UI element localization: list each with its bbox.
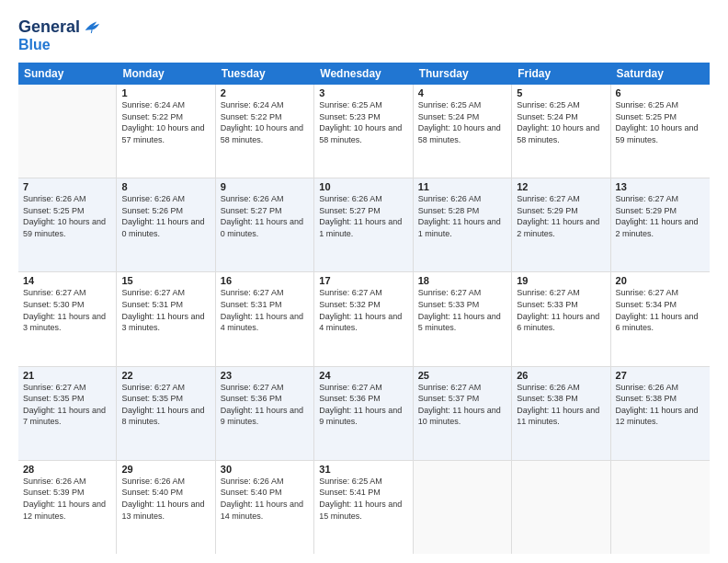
calendar-cell: 21 Sunrise: 6:27 AMSunset: 5:35 PMDaylig… xyxy=(18,367,117,460)
cell-info: Sunrise: 6:26 AMSunset: 5:27 PMDaylight:… xyxy=(319,193,407,239)
cell-info: Sunrise: 6:25 AMSunset: 5:25 PMDaylight:… xyxy=(616,99,705,145)
calendar-body: 1 Sunrise: 6:24 AMSunset: 5:22 PMDayligh… xyxy=(18,85,710,554)
weekday-header: Wednesday xyxy=(314,63,413,85)
calendar-cell: 26 Sunrise: 6:26 AMSunset: 5:38 PMDaylig… xyxy=(512,367,610,460)
day-number: 22 xyxy=(121,370,210,381)
calendar-cell: 20 Sunrise: 6:27 AMSunset: 5:34 PMDaylig… xyxy=(611,272,710,365)
calendar-cell: 17 Sunrise: 6:27 AMSunset: 5:32 PMDaylig… xyxy=(314,272,413,365)
cell-info: Sunrise: 6:27 AMSunset: 5:34 PMDaylight:… xyxy=(616,287,705,333)
cell-info: Sunrise: 6:27 AMSunset: 5:36 PMDaylight:… xyxy=(221,382,309,428)
cell-info: Sunrise: 6:24 AMSunset: 5:22 PMDaylight:… xyxy=(121,99,210,145)
day-number: 21 xyxy=(23,370,111,381)
calendar-cell: 19 Sunrise: 6:27 AMSunset: 5:33 PMDaylig… xyxy=(512,272,610,365)
calendar-cell: 16 Sunrise: 6:27 AMSunset: 5:31 PMDaylig… xyxy=(216,272,314,365)
weekday-header: Friday xyxy=(512,63,610,85)
day-number: 30 xyxy=(221,464,309,475)
day-number: 10 xyxy=(319,181,407,192)
day-number: 23 xyxy=(221,370,309,381)
cell-info: Sunrise: 6:26 AMSunset: 5:40 PMDaylight:… xyxy=(121,476,210,522)
day-number: 9 xyxy=(221,181,309,192)
day-number: 12 xyxy=(517,181,605,192)
day-number: 28 xyxy=(23,464,111,475)
cell-info: Sunrise: 6:26 AMSunset: 5:27 PMDaylight:… xyxy=(221,193,309,239)
calendar-cell: 10 Sunrise: 6:26 AMSunset: 5:27 PMDaylig… xyxy=(314,178,413,271)
cell-info: Sunrise: 6:25 AMSunset: 5:41 PMDaylight:… xyxy=(319,476,407,522)
calendar-cell: 29 Sunrise: 6:26 AMSunset: 5:40 PMDaylig… xyxy=(117,461,215,554)
day-number: 14 xyxy=(23,275,111,286)
cell-info: Sunrise: 6:27 AMSunset: 5:31 PMDaylight:… xyxy=(121,287,210,333)
logo-text-general: General xyxy=(18,18,80,35)
weekday-header: Saturday xyxy=(611,63,710,85)
logo-text-blue: Blue xyxy=(18,37,51,52)
cell-info: Sunrise: 6:27 AMSunset: 5:30 PMDaylight:… xyxy=(23,287,111,333)
cell-info: Sunrise: 6:26 AMSunset: 5:39 PMDaylight:… xyxy=(23,476,111,522)
calendar-cell: 13 Sunrise: 6:27 AMSunset: 5:29 PMDaylig… xyxy=(611,178,710,271)
cell-info: Sunrise: 6:27 AMSunset: 5:32 PMDaylight:… xyxy=(319,287,407,333)
day-number: 4 xyxy=(418,87,506,98)
cell-info: Sunrise: 6:25 AMSunset: 5:24 PMDaylight:… xyxy=(418,99,506,145)
day-number: 8 xyxy=(121,181,210,192)
cell-info: Sunrise: 6:27 AMSunset: 5:36 PMDaylight:… xyxy=(319,382,407,428)
day-number: 2 xyxy=(221,87,309,98)
day-number: 26 xyxy=(517,370,605,381)
cell-info: Sunrise: 6:27 AMSunset: 5:35 PMDaylight:… xyxy=(23,382,111,428)
calendar-cell: 5 Sunrise: 6:25 AMSunset: 5:24 PMDayligh… xyxy=(512,85,610,178)
logo: General Blue xyxy=(18,17,102,53)
day-number: 25 xyxy=(418,370,506,381)
day-number: 29 xyxy=(121,464,210,475)
calendar-header: SundayMondayTuesdayWednesdayThursdayFrid… xyxy=(18,63,710,85)
day-number: 24 xyxy=(319,370,407,381)
calendar-cell: 14 Sunrise: 6:27 AMSunset: 5:30 PMDaylig… xyxy=(18,272,117,365)
day-number: 15 xyxy=(121,275,210,286)
calendar-cell: 7 Sunrise: 6:26 AMSunset: 5:25 PMDayligh… xyxy=(18,178,117,271)
cell-info: Sunrise: 6:26 AMSunset: 5:40 PMDaylight:… xyxy=(221,476,309,522)
calendar-cell: 31 Sunrise: 6:25 AMSunset: 5:41 PMDaylig… xyxy=(314,461,413,554)
day-number: 13 xyxy=(616,181,705,192)
calendar-cell: 8 Sunrise: 6:26 AMSunset: 5:26 PMDayligh… xyxy=(117,178,215,271)
calendar-cell: 24 Sunrise: 6:27 AMSunset: 5:36 PMDaylig… xyxy=(314,367,413,460)
calendar-cell: 18 Sunrise: 6:27 AMSunset: 5:33 PMDaylig… xyxy=(414,272,512,365)
day-number: 3 xyxy=(319,87,407,98)
day-number: 16 xyxy=(221,275,309,286)
calendar-cell: 6 Sunrise: 6:25 AMSunset: 5:25 PMDayligh… xyxy=(611,85,710,178)
day-number: 19 xyxy=(517,275,605,286)
weekday-header: Sunday xyxy=(18,63,117,85)
calendar-week-row: 1 Sunrise: 6:24 AMSunset: 5:22 PMDayligh… xyxy=(18,85,710,178)
calendar-cell: 1 Sunrise: 6:24 AMSunset: 5:22 PMDayligh… xyxy=(117,85,215,178)
day-number: 5 xyxy=(517,87,605,98)
calendar-week-row: 7 Sunrise: 6:26 AMSunset: 5:25 PMDayligh… xyxy=(18,178,710,272)
calendar-cell: 11 Sunrise: 6:26 AMSunset: 5:28 PMDaylig… xyxy=(414,178,512,271)
cell-info: Sunrise: 6:27 AMSunset: 5:31 PMDaylight:… xyxy=(221,287,309,333)
cell-info: Sunrise: 6:26 AMSunset: 5:28 PMDaylight:… xyxy=(418,193,506,239)
calendar-cell: 12 Sunrise: 6:27 AMSunset: 5:29 PMDaylig… xyxy=(512,178,610,271)
day-number: 1 xyxy=(121,87,210,98)
weekday-header: Tuesday xyxy=(216,63,314,85)
day-number: 17 xyxy=(319,275,407,286)
day-number: 7 xyxy=(23,181,111,192)
cell-info: Sunrise: 6:26 AMSunset: 5:38 PMDaylight:… xyxy=(616,382,705,428)
cell-info: Sunrise: 6:27 AMSunset: 5:35 PMDaylight:… xyxy=(121,382,210,428)
cell-info: Sunrise: 6:26 AMSunset: 5:38 PMDaylight:… xyxy=(517,382,605,428)
calendar-cell: 28 Sunrise: 6:26 AMSunset: 5:39 PMDaylig… xyxy=(18,461,117,554)
cell-info: Sunrise: 6:27 AMSunset: 5:37 PMDaylight:… xyxy=(418,382,506,428)
day-number: 11 xyxy=(418,181,506,192)
day-number: 18 xyxy=(418,275,506,286)
cell-info: Sunrise: 6:27 AMSunset: 5:29 PMDaylight:… xyxy=(616,193,705,239)
calendar-cell: 15 Sunrise: 6:27 AMSunset: 5:31 PMDaylig… xyxy=(117,272,215,365)
day-number: 27 xyxy=(616,370,705,381)
cell-info: Sunrise: 6:27 AMSunset: 5:33 PMDaylight:… xyxy=(418,287,506,333)
day-number: 6 xyxy=(616,87,705,98)
calendar-cell: 4 Sunrise: 6:25 AMSunset: 5:24 PMDayligh… xyxy=(414,85,512,178)
cell-info: Sunrise: 6:25 AMSunset: 5:24 PMDaylight:… xyxy=(517,99,605,145)
calendar-week-row: 21 Sunrise: 6:27 AMSunset: 5:35 PMDaylig… xyxy=(18,367,710,461)
calendar-cell: 2 Sunrise: 6:24 AMSunset: 5:22 PMDayligh… xyxy=(216,85,314,178)
cell-info: Sunrise: 6:26 AMSunset: 5:25 PMDaylight:… xyxy=(23,193,111,239)
cell-info: Sunrise: 6:25 AMSunset: 5:23 PMDaylight:… xyxy=(319,99,407,145)
header: General Blue xyxy=(18,17,710,53)
weekday-header: Thursday xyxy=(414,63,512,85)
cell-info: Sunrise: 6:26 AMSunset: 5:26 PMDaylight:… xyxy=(121,193,210,239)
calendar-cell: 25 Sunrise: 6:27 AMSunset: 5:37 PMDaylig… xyxy=(414,367,512,460)
calendar-cell: 3 Sunrise: 6:25 AMSunset: 5:23 PMDayligh… xyxy=(314,85,413,178)
day-number: 20 xyxy=(616,275,705,286)
calendar-cell xyxy=(611,461,710,554)
